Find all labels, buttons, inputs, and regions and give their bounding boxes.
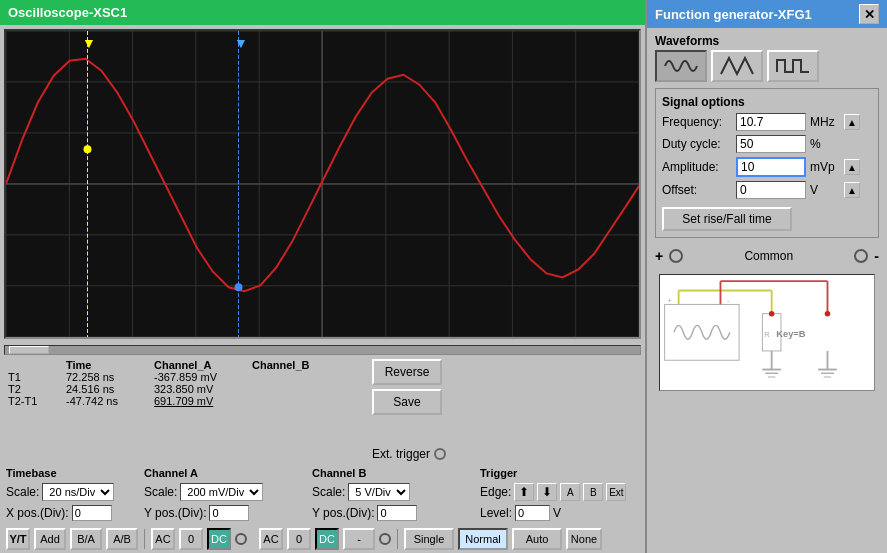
timebase-xpos-group: X pos.(Div): 0 [6, 505, 136, 521]
circuit-diagram: + - R Key=B [659, 274, 875, 391]
offset-label: Offset: [662, 183, 732, 197]
chanb-radio[interactable] [379, 533, 391, 545]
funcgen-panel: Function generator-XFG1 ✕ Waveforms [645, 0, 887, 553]
set-rise-fall-button[interactable]: Set rise/Fall time [662, 207, 792, 231]
normal-button[interactable]: Normal [458, 528, 508, 550]
waveforms-section: Waveforms [655, 34, 879, 82]
timebase-xpos-input[interactable]: 0 [72, 505, 112, 521]
triangle-wave-button[interactable] [711, 50, 763, 82]
svg-text:Key=B: Key=B [776, 329, 805, 339]
frequency-unit: MHz [810, 115, 840, 129]
frequency-up-btn[interactable]: ▲ [844, 114, 860, 130]
meas-t2t1-label: T2-T1 [8, 395, 58, 407]
amplitude-up-btn[interactable]: ▲ [844, 159, 860, 175]
divider-1 [144, 529, 145, 549]
duty-cycle-input[interactable]: 50 [736, 135, 806, 153]
meas-t1-chana: -367.859 mV [154, 371, 244, 383]
timebase-scale-select[interactable]: 20 ns/Div [42, 483, 114, 501]
chanb-ypos-label: Y pos.(Div): [312, 506, 374, 520]
ext-trigger-row: Ext. trigger [372, 447, 446, 461]
yt-button[interactable]: Y/T [6, 528, 30, 550]
meas-t1-label: T1 [8, 371, 58, 383]
ac1-button[interactable]: AC [151, 528, 175, 550]
oscilloscope-screen: ▼ ▼ [4, 29, 641, 339]
chana-scale-label: Scale: [144, 485, 177, 499]
dc2-button[interactable]: DC [315, 528, 339, 550]
frequency-label: Frequency: [662, 115, 732, 129]
single-button[interactable]: Single [404, 528, 454, 550]
dc1-button[interactable]: DC [207, 528, 231, 550]
svg-text:-: - [727, 296, 730, 305]
none-button[interactable]: None [566, 528, 602, 550]
meas-t2-chana: 323.850 mV [154, 383, 244, 395]
chana-scale-select[interactable]: 200 mV/Div [180, 483, 263, 501]
sine-wave-button[interactable] [655, 50, 707, 82]
osc-controls: Timebase Channel A Channel B Trigger Sca… [0, 463, 645, 525]
trigger-level-input[interactable]: 0 [515, 505, 550, 521]
add-button[interactable]: Add [34, 528, 66, 550]
funcgen-title: Function generator-XFG1 [655, 7, 859, 22]
chana-ypos-label: Y pos.(Div): [144, 506, 206, 520]
chana-ypos-input[interactable]: 0 [209, 505, 249, 521]
trigger-edge-label: Edge: [480, 485, 511, 499]
controls-pos-row: X pos.(Div): 0 Y pos.(Div): 0 Y pos.(Div… [6, 505, 639, 521]
num1-button[interactable]: 0 [179, 528, 203, 550]
meas-t2t1-chanb [252, 395, 342, 407]
meas-col-time: Time [66, 359, 146, 371]
offset-up-btn[interactable]: ▲ [844, 182, 860, 198]
offset-input[interactable]: 0 [736, 181, 806, 199]
amplitude-row: Amplitude: 10 mVp ▲ [662, 157, 872, 177]
bottom-button-row: Y/T Add B/A A/B AC 0 DC AC 0 DC - Single… [0, 525, 645, 553]
amplitude-input[interactable]: 10 [736, 157, 806, 177]
offset-unit: V [810, 183, 840, 197]
svg-point-23 [235, 283, 243, 291]
chanb-ypos-group: Y pos.(Div): 0 [312, 505, 472, 521]
timebase-scale-group: Scale: 20 ns/Div [6, 483, 136, 501]
controls-scale-row: Scale: 20 ns/Div Scale: 200 mV/Div Scale… [6, 483, 639, 501]
svg-text:R: R [764, 330, 770, 339]
trigger-ext-btn[interactable]: Ext [606, 483, 626, 501]
trigger-edge-fall-btn[interactable]: ⬇ [537, 483, 557, 501]
chanb-scale-select[interactable]: 5 V/Div [348, 483, 410, 501]
square-wave-button[interactable] [767, 50, 819, 82]
svg-text:+: + [667, 296, 671, 305]
num2-button[interactable]: 0 [287, 528, 311, 550]
minus-radio[interactable] [854, 249, 868, 263]
chana-ypos-group: Y pos.(Div): 0 [144, 505, 304, 521]
ab-button[interactable]: A/B [106, 528, 138, 550]
ba-button[interactable]: B/A [70, 528, 102, 550]
trigger-level-group: Level: 0 V [480, 505, 561, 521]
meas-col-chana: Channel_A [154, 359, 244, 371]
oscilloscope-titlebar: Oscilloscope-XSC1 [0, 0, 645, 25]
chana-radio[interactable] [235, 533, 247, 545]
scrollbar-thumb[interactable] [9, 346, 49, 354]
trigger-a-btn[interactable]: A [560, 483, 580, 501]
osc-action-buttons: Reverse Save Ext. trigger [372, 359, 446, 461]
chanb-ypos-input[interactable]: 0 [377, 505, 417, 521]
oscilloscope-scrollbar[interactable] [0, 343, 645, 357]
minus-label: - [874, 248, 879, 264]
trigger-b-btn[interactable]: B [583, 483, 603, 501]
funcgen-body: Waveforms [647, 28, 887, 401]
ext-trigger-radio[interactable] [434, 448, 446, 460]
meas-row-t1: T1 72.258 ns -367.859 mV [8, 371, 342, 383]
minus2-button[interactable]: - [343, 528, 375, 550]
common-label: Common [689, 249, 848, 263]
measurements-area: Time Channel_A Channel_B T1 72.258 ns -3… [0, 357, 645, 463]
save-button[interactable]: Save [372, 389, 442, 415]
auto-button[interactable]: Auto [512, 528, 562, 550]
funcgen-close-button[interactable]: ✕ [859, 4, 879, 24]
meas-col-label [8, 359, 58, 371]
ac2-button[interactable]: AC [259, 528, 283, 550]
reverse-button[interactable]: Reverse [372, 359, 442, 385]
grid-svg [6, 31, 639, 337]
plus-radio[interactable] [669, 249, 683, 263]
circuit-svg: + - R Key=B [660, 275, 874, 390]
trigger-edge-rise-btn[interactable]: ⬆ [514, 483, 534, 501]
scrollbar-track[interactable] [4, 345, 641, 355]
duty-cycle-row: Duty cycle: 50 % [662, 135, 872, 153]
signal-options-label: Signal options [662, 95, 872, 109]
chana-scale-group: Scale: 200 mV/Div [144, 483, 304, 501]
frequency-input[interactable]: 10.7 [736, 113, 806, 131]
meas-t2t1-chana: 691.709 mV [154, 395, 244, 407]
